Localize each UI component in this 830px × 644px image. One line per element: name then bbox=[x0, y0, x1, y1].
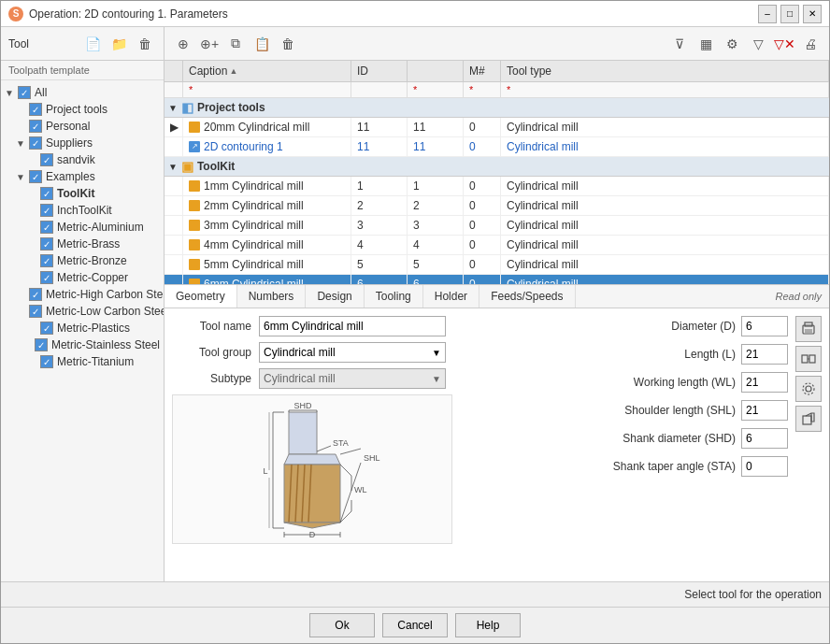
subtype-value: Cylindrical mill bbox=[264, 372, 336, 385]
geom-icon-btn-1[interactable] bbox=[795, 316, 822, 342]
filter-apply-button[interactable]: ▽ bbox=[747, 33, 769, 55]
tree-item-metric-ti[interactable]: ✓ Metric-Titanium bbox=[1, 353, 164, 370]
checkbox-metric-lcs[interactable]: ✓ bbox=[29, 305, 42, 318]
tree-item-all[interactable]: ▼ ✓ All bbox=[1, 84, 164, 101]
options-button[interactable]: ⚙ bbox=[721, 33, 743, 55]
filter-tooltype[interactable]: * bbox=[501, 82, 829, 97]
close-button[interactable]: ✕ bbox=[803, 5, 822, 23]
geom-value-shl[interactable]: 21 bbox=[741, 400, 788, 421]
table-row-6mm[interactable]: 6mm Cylindrical mill 6 6 0 Cylindrical m… bbox=[165, 275, 829, 284]
geom-value-length[interactable]: 21 bbox=[741, 344, 788, 365]
geom-icon-btn-3[interactable] bbox=[795, 376, 822, 402]
group-header-toolkit[interactable]: ▼ ▣ ToolKit bbox=[165, 157, 829, 177]
geom-value-sta[interactable]: 0 bbox=[741, 456, 788, 477]
table-row-3mm[interactable]: 3mm Cylindrical mill 3 3 0 Cylindrical m… bbox=[165, 216, 829, 236]
tree-item-sandvik[interactable]: ✓ sandvik bbox=[1, 151, 164, 168]
tree-item-metric-brass[interactable]: ✓ Metric-Brass bbox=[1, 236, 164, 252]
filter-funnel-button[interactable]: ⊽ bbox=[668, 33, 691, 55]
open-folder-button[interactable]: 📁 bbox=[107, 33, 130, 55]
tab-geometry[interactable]: Geometry bbox=[165, 285, 237, 308]
checkbox-metric-ti[interactable]: ✓ bbox=[40, 355, 53, 368]
checkbox-metric-bronze[interactable]: ✓ bbox=[40, 254, 53, 267]
delete-button[interactable]: 🗑 bbox=[277, 33, 299, 55]
checkbox-sandvik[interactable]: ✓ bbox=[40, 153, 53, 166]
tree-item-metric-ss[interactable]: ✓ Metric-Stainless Steel bbox=[1, 336, 164, 353]
resize-icon bbox=[801, 351, 816, 366]
checkbox-inchtoolkit[interactable]: ✓ bbox=[40, 204, 53, 217]
col-id[interactable]: ID bbox=[351, 61, 408, 81]
ok-button[interactable]: Ok bbox=[309, 613, 375, 637]
group-header-project[interactable]: ▼ ◧ Project tools bbox=[165, 98, 829, 118]
cancel-button[interactable]: Cancel bbox=[382, 613, 448, 637]
tree-item-examples[interactable]: ▼ ✓ Examples bbox=[1, 168, 164, 185]
help-button[interactable]: Help bbox=[455, 613, 521, 637]
filter-clear-button[interactable]: ▽✕ bbox=[773, 33, 795, 55]
svg-rect-7 bbox=[284, 465, 340, 522]
checkbox-metric-plastics[interactable]: ✓ bbox=[40, 322, 53, 335]
checkbox-project[interactable]: ✓ bbox=[29, 103, 42, 116]
maximize-button[interactable]: □ bbox=[780, 5, 799, 23]
geom-icon-btn-2[interactable] bbox=[795, 346, 822, 372]
geom-value-diameter[interactable]: 6 bbox=[741, 316, 788, 336]
add-tool-button[interactable]: ⊕ bbox=[172, 33, 194, 55]
geom-label-diameter: Diameter (D) bbox=[671, 320, 736, 333]
table-row-2mm[interactable]: 2mm Cylindrical mill 2 2 0 Cylindrical m… bbox=[165, 196, 829, 216]
tab-design[interactable]: Design bbox=[306, 285, 364, 308]
checkbox-metric-brass[interactable]: ✓ bbox=[40, 237, 53, 250]
tree-item-metric-hcs[interactable]: ✓ Metric-High Carbon Steel bbox=[1, 286, 164, 303]
svg-text:STA: STA bbox=[333, 438, 349, 448]
geom-value-wl[interactable]: 21 bbox=[741, 372, 788, 393]
new-file-button[interactable]: 📄 bbox=[81, 33, 104, 55]
columns-button[interactable]: ▦ bbox=[694, 33, 717, 55]
tree-item-metric-alu[interactable]: ✓ Metric-Aluminium bbox=[1, 219, 164, 236]
toolgroup-select[interactable]: Cylindrical mill ▼ bbox=[259, 342, 446, 363]
checkbox-metric-alu[interactable]: ✓ bbox=[40, 221, 53, 234]
table-row-5mm[interactable]: 5mm Cylindrical mill 5 5 0 Cylindrical m… bbox=[165, 255, 829, 275]
td-id-2dc: 11 bbox=[351, 137, 408, 156]
checkbox-suppliers[interactable]: ✓ bbox=[29, 136, 42, 150]
tab-feeds[interactable]: Feeds/Speeds bbox=[479, 285, 575, 308]
add-tool2-button[interactable]: ⊕+ bbox=[198, 33, 221, 55]
print-button[interactable]: 🖨 bbox=[799, 33, 822, 55]
minimize-button[interactable]: – bbox=[758, 5, 777, 23]
tree-item-metric-bronze[interactable]: ✓ Metric-Bronze bbox=[1, 252, 164, 269]
tree-item-metric-plastics[interactable]: ✓ Metric-Plastics bbox=[1, 320, 164, 336]
tree-item-metric-copper[interactable]: ✓ Metric-Copper bbox=[1, 269, 164, 286]
geom-value-shd[interactable]: 6 bbox=[741, 428, 788, 449]
tab-holder[interactable]: Holder bbox=[423, 285, 479, 308]
checkbox-metric-ss[interactable]: ✓ bbox=[35, 338, 48, 351]
paste-button[interactable]: 📋 bbox=[250, 33, 273, 55]
checkbox-examples[interactable]: ✓ bbox=[29, 170, 42, 183]
svg-rect-31 bbox=[805, 329, 812, 333]
toolname-input[interactable] bbox=[259, 316, 446, 336]
table-row-20mm[interactable]: ▶ 20mm Cylindrical mill 11 11 0 Cylindri… bbox=[165, 118, 829, 137]
col-mhash[interactable]: M# bbox=[464, 61, 501, 81]
checkbox-all[interactable]: ✓ bbox=[18, 86, 31, 99]
col-tooltype[interactable]: Tool type bbox=[501, 61, 829, 81]
geom-icon-btn-4[interactable] bbox=[795, 406, 822, 432]
bottom-bar: Select tool for the operation Ok Cancel … bbox=[1, 581, 829, 643]
checkbox-toolkit[interactable]: ✓ bbox=[40, 187, 53, 200]
tree-item-personal[interactable]: ✓ Personal bbox=[1, 118, 164, 135]
tab-numbers[interactable]: Numbers bbox=[237, 285, 307, 308]
table-row-2dcontouring[interactable]: ↗ 2D contouring 1 11 11 0 Cylindrical mi… bbox=[165, 137, 829, 157]
subtype-select[interactable]: Cylindrical mill ▼ bbox=[259, 368, 446, 389]
table-row-4mm[interactable]: 4mm Cylindrical mill 4 4 0 Cylindrical m… bbox=[165, 236, 829, 255]
checkbox-metric-hcs[interactable]: ✓ bbox=[29, 288, 42, 301]
tree-item-suppliers[interactable]: ▼ ✓ Suppliers bbox=[1, 135, 164, 151]
filter-mhash[interactable]: * bbox=[464, 82, 501, 97]
tree-item-metric-lcs[interactable]: ✓ Metric-Low Carbon Steel bbox=[1, 303, 164, 320]
checkbox-personal[interactable]: ✓ bbox=[29, 120, 42, 133]
tree-item-toolkit[interactable]: ✓ ToolKit bbox=[1, 185, 164, 202]
checkbox-metric-copper[interactable]: ✓ bbox=[40, 271, 53, 284]
copy-button[interactable]: ⧉ bbox=[224, 33, 247, 55]
td-id-20mm: 11 bbox=[351, 118, 408, 136]
col-caption[interactable]: Caption ▲ bbox=[183, 61, 351, 81]
tab-tooling[interactable]: Tooling bbox=[365, 285, 423, 308]
filter-caption[interactable]: * bbox=[183, 82, 351, 97]
tree-item-project[interactable]: ✓ Project tools bbox=[1, 101, 164, 118]
table-row-1mm[interactable]: 1mm Cylindrical mill 1 1 0 Cylindrical m… bbox=[165, 177, 829, 196]
filter-m[interactable]: * bbox=[408, 82, 464, 97]
delete-left-button[interactable]: 🗑 bbox=[134, 33, 156, 55]
tree-item-inchtoolkit[interactable]: ✓ InchToolKit bbox=[1, 202, 164, 219]
